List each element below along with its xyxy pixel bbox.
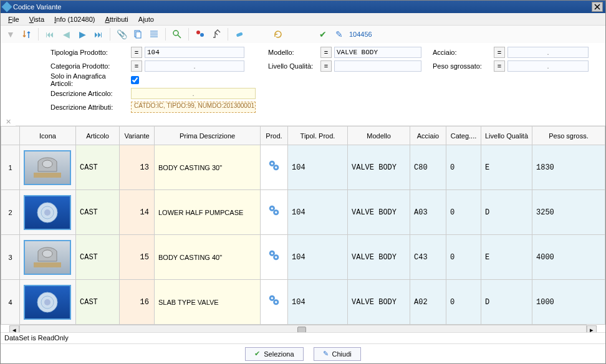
filter-icon[interactable]: ▼ [4, 28, 17, 41]
tipologia-input[interactable] [145, 47, 244, 58]
gears-icon [267, 251, 281, 265]
refresh-icon[interactable] [272, 28, 284, 41]
cell-variante: 13 [120, 145, 155, 190]
peso-input[interactable] [507, 60, 589, 72]
part-thumbnail [24, 240, 71, 275]
menu-vista[interactable]: Vista [24, 14, 49, 24]
cell-livello: D [481, 190, 532, 235]
tipologia-op[interactable]: = [131, 47, 142, 58]
attach-icon[interactable]: 📎 [115, 28, 128, 41]
col-articolo[interactable]: Articolo [76, 127, 120, 145]
cell-prod[interactable] [261, 280, 288, 325]
cell-categ: 0 [446, 280, 481, 325]
cell-modello: VALVE BODY [348, 280, 410, 325]
copy-icon[interactable] [132, 28, 144, 41]
svg-point-24 [275, 256, 277, 258]
table-row[interactable]: 3CAST15BODY CASTING 40"104VALVE BODYC430… [1, 235, 605, 280]
svg-point-10 [271, 163, 272, 165]
col-desc[interactable]: Prima Descrizione [155, 127, 261, 145]
acciaio-input[interactable] [507, 47, 589, 58]
nav-prev-icon[interactable]: ◀ [60, 28, 72, 41]
tipologia-label: Tipologia Prodotto: [50, 49, 128, 56]
part-thumbnail [24, 285, 71, 320]
cell-icona [20, 235, 76, 280]
col-prod[interactable]: Prod. [261, 127, 288, 145]
col-icona[interactable]: Icona [20, 127, 76, 145]
table-row[interactable]: 1CAST13BODY CASTING 30"104VALVE BODYC800… [1, 145, 605, 190]
svg-point-31 [275, 301, 277, 303]
solo-checkbox[interactable] [131, 76, 139, 84]
nav-next-icon[interactable]: ▶ [76, 28, 89, 41]
col-modello[interactable]: Modello [348, 127, 410, 145]
livello-input[interactable] [334, 60, 421, 72]
acciaio-op[interactable]: = [494, 47, 505, 58]
svg-point-14 [44, 209, 50, 216]
scroll-thumb[interactable] [297, 327, 306, 332]
modello-label: Modello: [268, 49, 318, 56]
scroll-left-icon[interactable]: ◂ [9, 325, 19, 332]
livello-label: Livello Qualità: [268, 62, 318, 70]
cell-tipol: 104 [288, 190, 348, 235]
cell-prod[interactable] [261, 145, 288, 190]
seleziona-button[interactable]: ✔ Seleziona [245, 347, 303, 361]
close-window-button[interactable] [592, 2, 603, 12]
panel-close-icon[interactable]: ✕ [1, 43, 16, 126]
list-icon[interactable] [148, 28, 160, 41]
gears-icon [267, 296, 281, 310]
search-icon[interactable] [171, 28, 183, 41]
svg-point-30 [271, 297, 272, 299]
col-livello[interactable]: Livello Qualità [481, 127, 532, 145]
cell-icona [20, 280, 76, 325]
svg-point-27 [44, 299, 50, 305]
cell-desc: LOWER HALF PUMPCASE [155, 190, 261, 235]
peso-label: Peso sgrossato: [433, 62, 491, 70]
col-rownum[interactable] [1, 127, 20, 145]
col-tipol[interactable]: Tipol. Prod. [288, 127, 348, 145]
desc-attr-label: Descrizione Attributi: [50, 103, 128, 111]
menu-info[interactable]: Info (102480) [49, 14, 100, 24]
modello-op[interactable]: = [320, 47, 332, 58]
gears-icon [267, 206, 281, 220]
col-categ[interactable]: Categ.... [446, 127, 481, 145]
peso-op[interactable]: = [494, 60, 505, 72]
cell-prod[interactable] [261, 190, 288, 235]
cell-acciaio: C80 [410, 145, 446, 190]
acciaio-label: Acciaio: [433, 49, 491, 56]
svg-point-2 [173, 31, 178, 36]
check-icon[interactable]: ✔ [317, 28, 329, 41]
sort-toggle-icon[interactable] [21, 28, 33, 41]
h-scrollbar[interactable]: ◂ ▸ [19, 325, 587, 332]
row-number: 3 [1, 235, 20, 280]
col-peso[interactable]: Peso sgross. [532, 127, 605, 145]
modello-input[interactable] [334, 47, 421, 58]
cell-articolo: CAST [76, 145, 120, 190]
pencil-icon[interactable]: ✎ [333, 28, 345, 41]
toolbar-link[interactable]: 104456 [349, 31, 372, 38]
col-acciaio[interactable]: Acciaio [410, 127, 446, 145]
menu-aiuto[interactable]: Aiuto [133, 14, 159, 24]
nav-first-icon[interactable]: ⏮ [44, 28, 56, 41]
status-bar: DataSet is ReadOnly [1, 332, 605, 343]
cell-prod[interactable] [261, 235, 288, 280]
categoria-input[interactable] [145, 60, 244, 72]
table-row[interactable]: 2CAST14LOWER HALF PUMPCASE104VALVE BODYA… [1, 190, 605, 235]
cell-articolo: CAST [76, 235, 120, 280]
svg-rect-1 [136, 32, 141, 38]
cell-modello: VALVE BODY [348, 145, 410, 190]
cell-articolo: CAST [76, 190, 120, 235]
export-up-icon[interactable] [210, 28, 223, 41]
nav-last-icon[interactable]: ⏭ [92, 28, 105, 41]
categoria-op[interactable]: = [131, 60, 142, 72]
scroll-right-icon[interactable]: ▸ [587, 325, 597, 332]
menu-attributi[interactable]: Attributi [100, 14, 133, 24]
menu-file[interactable]: File [3, 14, 24, 24]
cell-desc: BODY CASTING 30" [155, 145, 261, 190]
menu-info-label: nfo (102480) [56, 16, 95, 23]
desc-art-input[interactable] [131, 88, 256, 99]
livello-op[interactable]: = [320, 60, 332, 72]
col-variante[interactable]: Variante [120, 127, 155, 145]
chiudi-button[interactable]: ✎ Chiudi [314, 347, 361, 361]
eraser-icon[interactable] [233, 28, 246, 41]
table-row[interactable]: 4CAST16SLAB TYPE VALVE104VALVE BODYA020D… [1, 280, 605, 325]
color-balls-icon[interactable] [194, 28, 206, 41]
